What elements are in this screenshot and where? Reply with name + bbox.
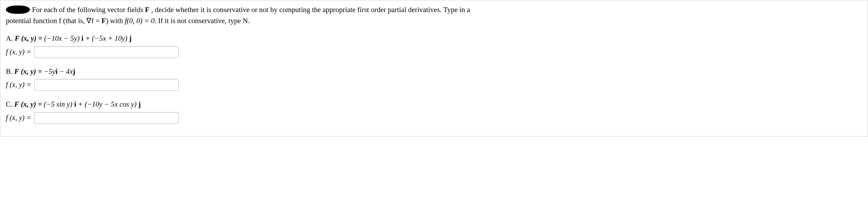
problem-C-rhs2: + (−10y − 5x cos y)	[76, 100, 138, 108]
problem-C-equation: C. F (x, y) = (−5 sin y) i + (−10y − 5x …	[6, 99, 862, 110]
redaction-blob	[6, 6, 30, 14]
problem-B-rhs2: − 4x	[57, 67, 73, 76]
problem-C-answer-label: f (x, y) =	[6, 112, 31, 123]
problem-A-input[interactable]	[34, 46, 179, 58]
problem-B-input[interactable]	[34, 79, 179, 91]
intro-text-4: ) with	[106, 17, 125, 25]
problem-C-label: C.	[6, 100, 14, 108]
problem-A: A. F (x, y) = (−10x − 5y) i + (−5x + 10y…	[6, 33, 862, 58]
problem-A-answer-label: f (x, y) =	[6, 47, 31, 58]
problem-C: C. F (x, y) = (−5 sin y) i + (−10y − 5x …	[6, 99, 862, 124]
instructions: For each of the following vector fields …	[6, 4, 862, 26]
problem-C-input[interactable]	[34, 112, 179, 124]
problem-B-label: B.	[6, 67, 14, 76]
intro-cond: f(0, 0) = 0	[125, 17, 155, 25]
problem-B-answer-line: f (x, y) =	[6, 79, 862, 91]
problem-B: B. F (x, y) = −5yi − 4xj f (x, y) =	[6, 66, 862, 91]
intro-text-1: For each of the following vector fields	[32, 6, 145, 14]
intro-text-3: potential function f (that is,	[6, 17, 86, 25]
intro-F-1: F	[145, 6, 149, 14]
problem-C-answer-line: f (x, y) =	[6, 112, 862, 124]
intro-F-2: F	[102, 17, 106, 25]
intro-text-5: . If it is not conservative, type N.	[155, 17, 250, 25]
problem-B-answer-label: f (x, y) =	[6, 79, 31, 90]
problem-A-label: A.	[6, 34, 15, 42]
problem-A-lhs: F (x, y) =	[15, 34, 44, 42]
problem-C-j: j	[138, 100, 141, 108]
problem-B-j: j	[73, 67, 75, 76]
problem-A-equation: A. F (x, y) = (−10x − 5y) i + (−5x + 10y…	[6, 33, 862, 44]
problem-B-equation: B. F (x, y) = −5yi − 4xj	[6, 66, 862, 77]
problem-A-j: j	[129, 34, 131, 42]
intro-grad: ∇f =	[86, 17, 101, 25]
problem-A-rhs1: (−10x − 5y)	[44, 34, 81, 42]
problem-A-answer-line: f (x, y) =	[6, 46, 862, 58]
problem-C-lhs: F (x, y) =	[14, 100, 44, 108]
problem-A-rhs2: + (−5x + 10y)	[83, 34, 129, 42]
problem-B-lhs: F (x, y) =	[14, 67, 44, 76]
intro-text-2: , decide whether it is conservative or n…	[149, 6, 470, 14]
problem-B-rhs1: −5y	[44, 67, 55, 76]
problem-C-rhs1: (−5 sin y)	[44, 100, 74, 108]
